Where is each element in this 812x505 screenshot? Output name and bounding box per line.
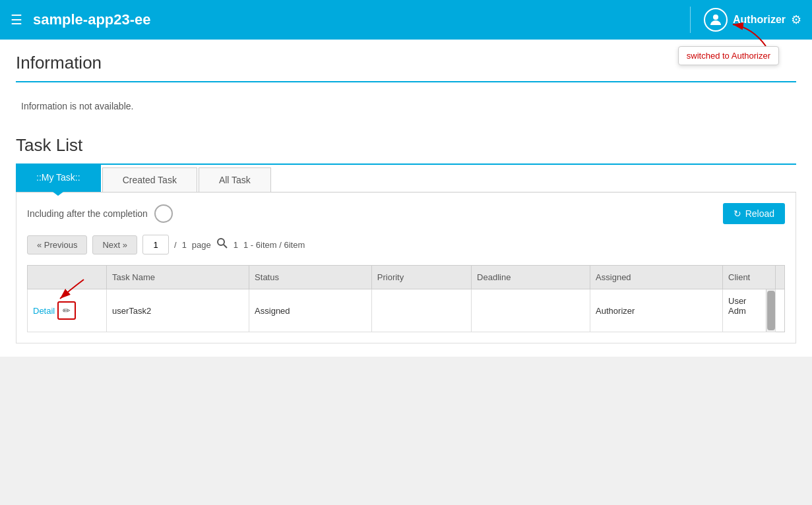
total-pages: 1 <box>182 240 187 250</box>
main-content: Information Information is not available… <box>0 40 812 357</box>
completion-left: Including after the completion <box>27 204 173 223</box>
tab-created-task[interactable]: Created Task <box>102 167 197 192</box>
col-assigned: Assigned <box>590 266 723 289</box>
header-right: Authorizer ⚙ <box>690 7 801 33</box>
page-suffix: page <box>192 240 211 250</box>
task-tabs: ::My Task:: Created Task All Task <box>16 165 796 193</box>
app-title: sample-app23-ee <box>33 11 690 28</box>
col-task-name: Task Name <box>107 266 249 289</box>
col-scrollbar <box>776 266 785 289</box>
client-value: User Adm <box>723 289 766 332</box>
page-input[interactable] <box>142 235 169 254</box>
header-divider <box>690 7 691 33</box>
menu-icon[interactable]: ☰ <box>11 12 22 28</box>
task-name-cell: userTask2 <box>107 289 249 332</box>
switched-tooltip: switched to Authorizer <box>678 46 779 65</box>
reload-label: Reload <box>745 208 774 219</box>
status-cell: Assigned <box>249 289 372 332</box>
table-row: Detail <box>28 289 785 332</box>
reload-icon: ↻ <box>734 208 741 219</box>
user-avatar-icon <box>704 8 728 32</box>
task-list-title: Task List <box>16 135 796 156</box>
priority-cell <box>371 289 471 332</box>
edit-btn-container: ✏ <box>57 301 76 320</box>
completion-row: Including after the completion ↻ Reload <box>27 203 785 224</box>
tab-content: Including after the completion ↻ Reload … <box>16 193 796 343</box>
detail-button[interactable]: Detail <box>33 306 55 316</box>
info-divider <box>16 81 796 82</box>
action-cell: Detail <box>28 289 107 332</box>
gear-icon[interactable]: ⚙ <box>791 13 801 27</box>
svg-point-2 <box>218 239 224 245</box>
items-info: 1 - 6item / 6item <box>243 240 305 250</box>
svg-line-3 <box>224 245 227 248</box>
table-header-row: Task Name Status Priority Deadline Assig… <box>28 266 785 289</box>
col-client: Client <box>723 266 776 289</box>
action-cell-inner: Detail <box>33 301 101 320</box>
task-table: Task Name Status Priority Deadline Assig… <box>27 265 785 332</box>
tab-all-task[interactable]: All Task <box>199 167 271 192</box>
scrollbar[interactable] <box>766 289 775 332</box>
header: ☰ sample-app23-ee Authorizer ⚙ switched … <box>0 0 812 40</box>
info-message: Information is not available. <box>16 93 796 119</box>
col-priority: Priority <box>371 266 471 289</box>
col-actions <box>28 266 107 289</box>
tooltip-container: switched to Authorizer <box>678 46 779 65</box>
tab-my-task[interactable]: ::My Task:: <box>16 165 101 192</box>
assigned-cell: Authorizer <box>590 289 723 332</box>
deadline-cell <box>472 289 590 332</box>
col-deadline: Deadline <box>472 266 590 289</box>
scrollbar-thumb <box>767 291 775 330</box>
client-cell: User Adm <box>723 289 776 332</box>
svg-point-0 <box>713 15 718 20</box>
username-label: Authorizer <box>733 14 786 26</box>
reload-button[interactable]: ↻ Reload <box>723 203 785 224</box>
previous-button[interactable]: « Previous <box>27 235 87 254</box>
edit-icon: ✏ <box>63 305 71 316</box>
col-status: Status <box>249 266 372 289</box>
next-button[interactable]: Next » <box>92 235 137 254</box>
completion-toggle[interactable] <box>154 204 173 223</box>
edit-button[interactable]: ✏ <box>57 301 76 320</box>
page-separator: / <box>174 240 177 250</box>
page-count: 1 <box>234 240 238 250</box>
pagination-row: « Previous Next » / 1 page 1 1 - 6item /… <box>27 235 785 254</box>
completion-label: Including after the completion <box>27 208 148 219</box>
page-search-button[interactable] <box>216 237 228 252</box>
